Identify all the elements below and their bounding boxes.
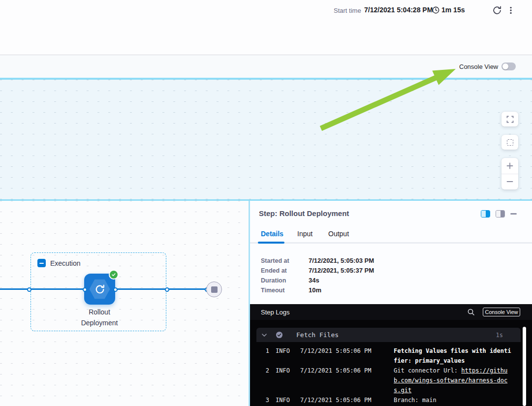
chevron-down-icon[interactable] <box>261 332 267 338</box>
step-details-panel: Step: Rollout Deployment Details Input O… <box>250 201 532 406</box>
minus-icon <box>39 263 44 264</box>
log-section-fetch-files[interactable]: Fetch Files 1s <box>256 328 521 342</box>
marquee-select-button[interactable] <box>501 135 518 150</box>
log-lines: 1 INFO 7/12/2021 5:05:06 PM Fetching Val… <box>250 346 526 405</box>
connector-dot <box>83 287 87 292</box>
detail-row: Ended at 7/12/2021, 5:05:37 PM <box>261 266 374 276</box>
step-logs-title: Step Logs <box>261 309 290 316</box>
detail-row: Duration 34s <box>261 276 374 285</box>
split-view-icon[interactable] <box>481 210 490 218</box>
connector-dot <box>113 287 118 292</box>
success-circle-icon <box>276 331 283 339</box>
log-section-duration: 1s <box>496 332 503 339</box>
refresh-button[interactable] <box>491 4 503 16</box>
panel-view-icon[interactable] <box>496 210 505 218</box>
connector-dot <box>27 287 31 292</box>
toggle-knob <box>502 63 508 69</box>
search-icon[interactable] <box>467 308 475 316</box>
detail-row: Timeout 10m <box>261 285 374 295</box>
success-badge-icon <box>109 270 119 280</box>
step-logs-bar: Step Logs Console View <box>250 304 532 320</box>
tab-details[interactable]: Details <box>261 230 283 238</box>
minimize-panel-button[interactable] <box>510 213 517 215</box>
top-header-bar: Start time 7/12/2021 5:04:28 PM 1m 15s <box>0 0 532 55</box>
tab-input[interactable]: Input <box>297 230 313 238</box>
active-tab-underline <box>258 242 284 244</box>
fullscreen-button[interactable] <box>501 112 518 126</box>
zoom-control-group <box>501 158 518 189</box>
log-line: 1 INFO 7/12/2021 5:05:06 PM Fetching Val… <box>250 346 526 366</box>
console-view-label: Console View <box>459 63 498 70</box>
tab-output[interactable]: Output <box>328 230 349 238</box>
kebab-menu-button[interactable] <box>505 4 517 16</box>
rollout-icon <box>94 283 106 295</box>
console-view-toggle[interactable] <box>501 62 516 70</box>
collapse-group-button[interactable] <box>37 259 46 267</box>
start-time-label: Start time <box>334 7 361 14</box>
log-line: 3 INFO 7/12/2021 5:05:06 PM Branch: main <box>250 395 526 405</box>
detail-row: Started at 7/12/2021, 5:05:03 PM <box>261 256 374 266</box>
connector-dot <box>165 287 169 292</box>
log-section-name: Fetch Files <box>296 331 339 339</box>
zoom-in-icon <box>506 162 514 170</box>
console-view-button[interactable]: Console View <box>483 308 520 316</box>
zoom-in-button[interactable] <box>501 158 518 174</box>
node-label: Rollout Deployment <box>72 307 127 328</box>
start-time-value: 7/12/2021 5:04:28 PM <box>364 6 433 14</box>
execution-group-label: Execution <box>50 259 80 267</box>
fullscreen-icon <box>506 116 514 123</box>
log-scrollbar[interactable] <box>523 327 526 406</box>
clock-icon <box>432 6 439 14</box>
elapsed-duration: 1m 15s <box>441 6 465 14</box>
zoom-out-button[interactable] <box>501 174 518 190</box>
stop-node[interactable] <box>206 281 222 297</box>
pipeline-toolbar <box>0 55 532 78</box>
stop-square-icon <box>211 286 218 293</box>
step-details-list: Started at 7/12/2021, 5:05:03 PM Ended a… <box>261 256 374 295</box>
zoom-out-icon <box>506 178 514 186</box>
log-console: Fetch Files 1s 1 INFO 7/12/2021 5:05:06 … <box>250 320 532 406</box>
log-message: Git connector Url: https://github.com/wi… <box>394 366 513 395</box>
stage-canvas[interactable] <box>0 80 532 199</box>
panel-title: Step: Rollout Deployment <box>259 209 349 218</box>
marquee-select-icon <box>507 139 513 146</box>
log-line: 2 INFO 7/12/2021 5:05:06 PM Git connecto… <box>250 366 526 395</box>
tabs-rule <box>250 242 532 244</box>
